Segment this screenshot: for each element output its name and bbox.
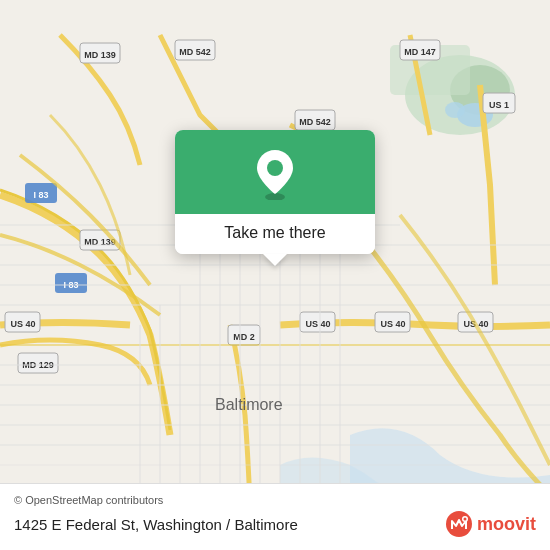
svg-point-35 [265,193,285,200]
svg-text:MD 147: MD 147 [404,47,436,57]
popup-header [175,130,375,214]
svg-point-36 [267,160,283,176]
svg-point-5 [445,102,465,118]
svg-text:US 1: US 1 [489,100,509,110]
svg-text:I 83: I 83 [33,190,48,200]
location-popup: Take me there [175,130,375,254]
address-bar: 1425 E Federal St, Washington / Baltimor… [14,510,536,538]
bottom-bar: © OpenStreetMap contributors 1425 E Fede… [0,483,550,550]
address-text: 1425 E Federal St, Washington / Baltimor… [14,516,298,533]
svg-text:US 40: US 40 [305,319,330,329]
location-pin-icon [253,148,297,200]
svg-text:MD 542: MD 542 [179,47,211,57]
svg-point-37 [446,511,472,537]
svg-text:MD 2: MD 2 [233,332,255,342]
svg-text:MD 542: MD 542 [299,117,331,127]
svg-text:US 40: US 40 [10,319,35,329]
svg-text:US 40: US 40 [380,319,405,329]
moovit-icon [445,510,473,538]
moovit-logo: moovit [445,510,536,538]
map-container: I 83 I 83 MD 139 MD 139 MD 542 MD 542 MD… [0,0,550,550]
take-me-there-button[interactable]: Take me there [175,214,375,254]
svg-text:MD 139: MD 139 [84,50,116,60]
moovit-text: moovit [477,514,536,535]
map-attribution: © OpenStreetMap contributors [14,494,536,506]
svg-text:Baltimore: Baltimore [215,396,283,413]
svg-point-39 [463,518,466,521]
